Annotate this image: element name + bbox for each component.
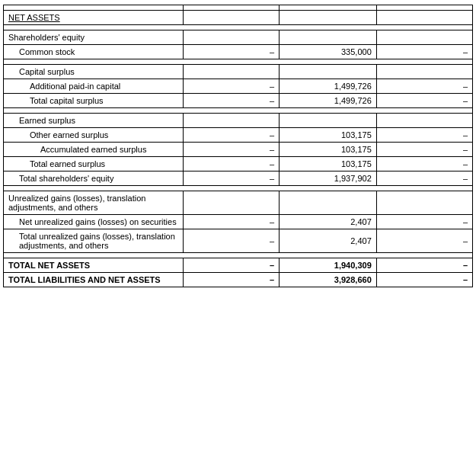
col3-capital-surplus-header [280,65,377,79]
col3-additional-paid-in-capital: 1,499,726 [280,79,377,94]
col3-other-earned-surplus: 103,175 [280,128,377,143]
financial-table: NET ASSETSShareholders' equityCommon sto… [3,5,473,287]
row-shareholders-equity-header: Shareholders' equity [4,30,473,45]
col4-capital-surplus-header [376,65,472,79]
col1-header [4,5,184,11]
col2-unrealized-header [183,191,279,215]
label-common-stock: Common stock [4,45,184,59]
label-total-net-assets: TOTAL NET ASSETS [4,258,184,273]
col3-total-shareholders-equity: 1,937,902 [280,171,377,186]
col4-other-earned-surplus: – [376,128,472,143]
row-other-earned-surplus: Other earned surplus–103,175– [4,128,473,143]
label-net-unrealized-gains: Net unrealized gains (losses) on securit… [4,215,184,229]
row-additional-paid-in-capital: Additional paid-in capital–1,499,726– [4,79,473,94]
row-accumulated-earned-surplus: Accumulated earned surplus–103,175– [4,143,473,157]
col4-total-shareholders-equity: – [376,171,472,186]
col2-net-unrealized-gains: – [183,215,279,229]
col2-capital-surplus-header [183,65,279,79]
label-earned-surplus-header: Earned surplus [4,114,184,128]
row-total-net-assets: TOTAL NET ASSETS–1,940,309– [4,258,473,273]
col4-total-capital-surplus: – [376,94,472,108]
col4-total-earned-surplus: – [376,157,472,171]
col4-net-unrealized-gains: – [376,215,472,229]
col4-earned-surplus-header [376,114,472,128]
col4-additional-paid-in-capital: – [376,79,472,94]
col3-total-earned-surplus: 103,175 [280,157,377,171]
col2-earned-surplus-header [183,114,279,128]
row-common-stock: Common stock–335,000– [4,45,473,59]
row-net-unrealized-gains: Net unrealized gains (losses) on securit… [4,215,473,229]
row-capital-surplus-header: Capital surplus [4,65,473,79]
col4-header [376,5,472,11]
col4-total-liabilities-net-assets: – [376,273,472,287]
label-shareholders-equity-header: Shareholders' equity [4,30,184,45]
label-total-liabilities-net-assets: TOTAL LIABILITIES AND NET ASSETS [4,273,184,287]
col2-other-earned-surplus: – [183,128,279,143]
spacer-row [4,59,473,65]
col2-header [183,5,279,11]
col2-accumulated-earned-surplus: – [183,143,279,157]
row-total-unrealized-gains: Total unrealized gains (losses), transla… [4,229,473,253]
col3-total-capital-surplus: 1,499,726 [280,94,377,108]
label-other-earned-surplus: Other earned surplus [4,128,184,143]
row-total-liabilities-net-assets: TOTAL LIABILITIES AND NET ASSETS–3,928,6… [4,273,473,287]
col3-accumulated-earned-surplus: 103,175 [280,143,377,157]
col4-total-unrealized-gains: – [376,229,472,253]
label-accumulated-earned-surplus: Accumulated earned surplus [4,143,184,157]
col3-net-unrealized-gains: 2,407 [280,215,377,229]
label-total-earned-surplus: Total earned surplus [4,157,184,171]
label-total-capital-surplus: Total capital surplus [4,94,184,108]
col3-common-stock: 335,000 [280,45,377,59]
label-total-unrealized-gains: Total unrealized gains (losses), transla… [4,229,184,253]
col2-total-earned-surplus: – [183,157,279,171]
label-net-assets-header: NET ASSETS [4,11,184,25]
row-earned-surplus-header: Earned surplus [4,114,473,128]
row-total-earned-surplus: Total earned surplus–103,175– [4,157,473,171]
col3-earned-surplus-header [280,114,377,128]
row-total-capital-surplus: Total capital surplus–1,499,726– [4,94,473,108]
col2-total-unrealized-gains: – [183,229,279,253]
col2-common-stock: – [183,45,279,59]
spacer-row [4,25,473,30]
row-net-assets-header: NET ASSETS [4,11,473,25]
col2-net-assets-header [183,11,279,25]
label-additional-paid-in-capital: Additional paid-in capital [4,79,184,94]
col3-total-net-assets: 1,940,309 [280,258,377,273]
label-capital-surplus-header: Capital surplus [4,65,184,79]
col2-total-capital-surplus: – [183,94,279,108]
col2-total-liabilities-net-assets: – [183,273,279,287]
col4-common-stock: – [376,45,472,59]
col3-unrealized-header [280,191,377,215]
spacer-row [4,253,473,258]
col3-total-unrealized-gains: 2,407 [280,229,377,253]
row-total-shareholders-equity: Total shareholders' equity–1,937,902– [4,171,473,186]
financial-table-container: NET ASSETSShareholders' equityCommon sto… [0,0,476,468]
col3-header [280,5,377,11]
col2-shareholders-equity-header [183,30,279,45]
col4-net-assets-header [376,11,472,25]
label-unrealized-header: Unrealized gains (losses), translation a… [4,191,184,215]
col4-shareholders-equity-header [376,30,472,45]
spacer-row [4,108,473,114]
col4-accumulated-earned-surplus: – [376,143,472,157]
col3-total-liabilities-net-assets: 3,928,660 [280,273,377,287]
col3-net-assets-header [280,11,377,25]
row-unrealized-header: Unrealized gains (losses), translation a… [4,191,473,215]
col4-unrealized-header [376,191,472,215]
col2-additional-paid-in-capital: – [183,79,279,94]
col4-total-net-assets: – [376,258,472,273]
col2-total-net-assets: – [183,258,279,273]
col2-total-shareholders-equity: – [183,171,279,186]
label-total-shareholders-equity: Total shareholders' equity [4,171,184,186]
spacer-row [4,186,473,191]
col3-shareholders-equity-header [280,30,377,45]
